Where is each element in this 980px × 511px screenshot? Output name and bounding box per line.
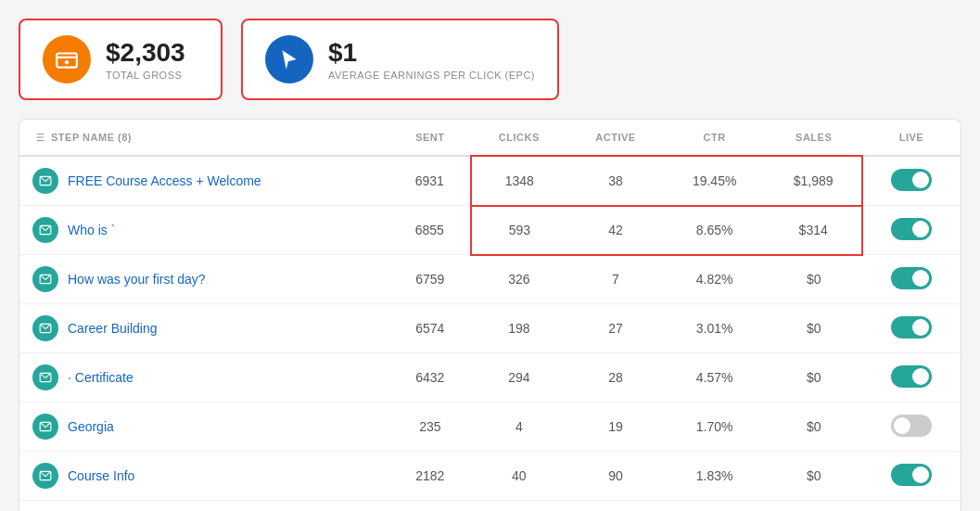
- step-cell-inner: Georgia: [32, 414, 376, 440]
- ctr-header: CTR: [664, 120, 766, 156]
- live-toggle[interactable]: [891, 365, 932, 388]
- ctr-cell: 4.57%: [664, 353, 766, 402]
- live-toggle[interactable]: [891, 415, 932, 437]
- list-header-icon: [32, 131, 45, 144]
- epc-label: AVERAGE EARNINGS PER CLICK (EPC): [328, 70, 535, 81]
- total-gross-text: $2,303 TOTAL GROSS: [106, 38, 185, 81]
- ctr-cell: 1.83%: [664, 452, 766, 501]
- table-row: Georgia 235 4 19 1.70% $0: [19, 402, 961, 452]
- sent-header: SENT: [389, 120, 470, 156]
- live-cell[interactable]: [862, 402, 961, 452]
- active-cell: 7: [567, 255, 664, 304]
- step-name-label[interactable]: Georgia: [68, 419, 114, 434]
- sent-cell: 99: [389, 501, 470, 512]
- sent-cell: 6574: [389, 304, 470, 353]
- table-row: FREE Course Access + Welcome 6931 1348 3…: [19, 156, 961, 206]
- step-name-header: STEP NAME (8): [19, 120, 389, 156]
- step-name-label[interactable]: FREE Course Access + Welcome: [68, 173, 261, 188]
- live-toggle[interactable]: [891, 464, 932, 486]
- step-name-label[interactable]: Course Info: [68, 468, 134, 483]
- step-email-icon: [32, 463, 58, 489]
- toggle-slider: [891, 218, 932, 240]
- sales-header: SALES: [765, 120, 861, 156]
- clicks-cell: 40: [471, 452, 568, 501]
- epc-icon: [265, 35, 313, 83]
- step-name-cell: Emily: [19, 501, 389, 512]
- sales-cell: $0: [765, 452, 861, 501]
- step-name-cell: Who is `: [19, 206, 389, 255]
- table-header-row: STEP NAME (8) SENT CLICKS ACTIVE CTR SAL…: [19, 120, 961, 156]
- toggle-slider: [891, 316, 932, 339]
- active-header: ACTIVE: [567, 120, 664, 156]
- toggle-slider: [891, 415, 932, 437]
- step-name-cell: Course Info: [19, 452, 389, 501]
- ctr-cell: 8.65%: [664, 206, 766, 255]
- step-cell-inner: Course Info: [32, 463, 376, 489]
- step-email-icon: [32, 364, 58, 390]
- sent-cell: 6432: [389, 353, 470, 402]
- live-cell[interactable]: [862, 304, 961, 353]
- step-email-icon: [32, 168, 58, 194]
- svg-point-2: [65, 60, 69, 64]
- step-name-cell: How was your first day?: [19, 255, 389, 304]
- step-email-icon: [32, 315, 58, 341]
- clicks-cell: 294: [471, 353, 568, 402]
- clicks-cell: 4: [471, 402, 568, 452]
- sales-cell: $0: [765, 402, 861, 452]
- total-gross-amount: $2,303: [106, 38, 185, 68]
- active-cell: 38: [567, 156, 664, 206]
- step-email-icon: [32, 217, 58, 243]
- sent-cell: 2182: [389, 452, 470, 501]
- active-cell: 27: [567, 304, 664, 353]
- live-cell[interactable]: [862, 452, 961, 501]
- live-header: LIVE: [862, 120, 961, 156]
- epc-text: $1 AVERAGE EARNINGS PER CLICK (EPC): [328, 38, 535, 81]
- total-gross-label: TOTAL GROSS: [106, 70, 185, 81]
- step-name-label[interactable]: Career Building: [68, 321, 158, 336]
- step-name-cell: Career Building: [19, 304, 389, 353]
- toggle-slider: [891, 365, 932, 388]
- live-toggle[interactable]: [891, 267, 932, 289]
- toggle-slider: [891, 169, 932, 191]
- step-email-icon: [32, 266, 58, 292]
- sales-cell: $314: [765, 206, 861, 255]
- metrics-row: $2,303 TOTAL GROSS $1 AVERAGE EARNINGS P…: [19, 19, 961, 100]
- epc-amount: $1: [328, 38, 535, 68]
- sent-cell: 6931: [389, 156, 470, 206]
- active-cell: 42: [567, 206, 664, 255]
- table-row: Course Info 2182 40 90 1.83% $0: [19, 452, 961, 501]
- clicks-header: CLICKS: [471, 120, 568, 156]
- step-name-label[interactable]: Who is `: [68, 223, 115, 237]
- step-name-label[interactable]: · Certificate: [68, 370, 134, 385]
- live-toggle[interactable]: [891, 169, 932, 191]
- step-cell-inner: FREE Course Access + Welcome: [32, 168, 376, 194]
- table-container: STEP NAME (8) SENT CLICKS ACTIVE CTR SAL…: [19, 119, 961, 511]
- ctr-cell: 3.01%: [664, 304, 766, 353]
- total-gross-icon: [43, 35, 91, 83]
- active-cell: 90: [567, 452, 664, 501]
- live-cell[interactable]: [862, 255, 961, 304]
- live-toggle[interactable]: [891, 218, 932, 240]
- step-name-label[interactable]: How was your first day?: [68, 272, 206, 287]
- sales-cell: $0: [765, 304, 861, 353]
- sales-cell: $0: [765, 255, 861, 304]
- sales-cell: $1,989: [765, 156, 861, 206]
- toggle-slider: [891, 464, 932, 486]
- sales-cell: $0: [765, 353, 861, 402]
- metric-card-total-gross: $2,303 TOTAL GROSS: [19, 19, 223, 100]
- live-cell[interactable]: [862, 353, 961, 402]
- live-cell[interactable]: [862, 501, 961, 512]
- table-row: How was your first day? 6759 326 7 4.82%…: [19, 255, 961, 304]
- step-email-icon: [32, 414, 58, 440]
- toggle-slider: [891, 267, 932, 289]
- sent-cell: 6759: [389, 255, 470, 304]
- live-cell[interactable]: [862, 206, 961, 255]
- table-row: Emily 99 3 89 3.03% $0: [19, 501, 961, 512]
- clicks-cell: 3: [471, 501, 568, 512]
- active-cell: 28: [567, 353, 664, 402]
- live-cell[interactable]: [862, 156, 961, 206]
- live-toggle[interactable]: [891, 316, 932, 339]
- clicks-cell: 593: [471, 206, 568, 255]
- table-row: Who is ` 6855 593 42 8.65% $314: [19, 206, 961, 255]
- ctr-cell: 19.45%: [664, 156, 766, 206]
